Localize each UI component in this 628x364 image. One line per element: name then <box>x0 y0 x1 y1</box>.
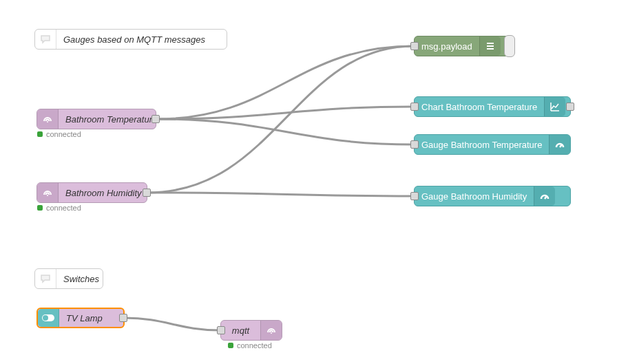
status-text: connected <box>46 130 81 138</box>
comment-icon <box>35 269 56 288</box>
node-status: connected <box>37 204 81 212</box>
node-ui-gauge-temperature[interactable]: Gauge Bathroom Temperature <box>414 134 571 155</box>
debug-toggle-button[interactable] <box>504 35 515 57</box>
comment-node-gauges[interactable]: Gauges based on MQTT messages <box>34 29 227 50</box>
svg-point-0 <box>47 121 48 122</box>
node-status: connected <box>37 130 81 138</box>
debug-icon <box>479 36 501 56</box>
input-port[interactable] <box>410 140 419 149</box>
node-label: mqtt <box>221 325 260 336</box>
node-mqtt-in-humidity[interactable]: Bathroom Humidity connected <box>36 182 147 203</box>
node-ui-switch-tv-lamp[interactable]: TV Lamp <box>36 308 125 328</box>
wifi-icon <box>37 109 59 129</box>
status-dot <box>37 205 43 211</box>
node-label: Gauge Bathroom Temperature <box>415 140 549 150</box>
comment-label: Gauges based on MQTT messages <box>56 34 212 45</box>
comment-icon <box>35 30 56 49</box>
node-label: Bathroom Temperature <box>59 114 164 125</box>
status-text: connected <box>46 204 81 212</box>
input-port[interactable] <box>410 42 419 50</box>
input-port[interactable] <box>410 103 419 111</box>
node-label: TV Lamp <box>59 313 109 323</box>
toggle-icon <box>38 309 59 327</box>
input-port[interactable] <box>410 192 419 200</box>
status-dot <box>37 131 43 137</box>
wifi-icon <box>37 183 59 202</box>
node-debug[interactable]: msg.payload <box>414 36 510 56</box>
output-port[interactable] <box>566 103 574 111</box>
status-dot <box>228 343 233 348</box>
svg-point-1 <box>47 195 48 196</box>
node-mqtt-out[interactable]: mqtt connected <box>220 320 282 341</box>
svg-point-7 <box>271 332 272 334</box>
svg-rect-4 <box>487 48 494 50</box>
status-text: connected <box>237 341 272 350</box>
comment-node-switches[interactable]: Switches <box>34 268 103 289</box>
node-ui-chart-temperature[interactable]: Chart Bathroom Temperature <box>414 96 571 117</box>
svg-rect-2 <box>487 43 494 44</box>
output-port[interactable] <box>119 314 127 322</box>
svg-rect-3 <box>487 45 494 47</box>
output-port[interactable] <box>151 115 160 123</box>
svg-line-5 <box>560 144 562 147</box>
wifi-icon <box>260 321 282 340</box>
gauge-icon <box>549 135 570 154</box>
node-label: Chart Bathroom Temperature <box>415 102 544 112</box>
input-port[interactable] <box>217 326 225 334</box>
node-status: connected <box>228 341 272 350</box>
comment-label: Switches <box>56 274 106 284</box>
gauge-icon <box>534 186 555 206</box>
node-label: msg.payload <box>415 41 479 52</box>
node-label: Bathroom Humidity <box>59 188 149 198</box>
node-ui-gauge-humidity[interactable]: Gauge Bathroom Humidity <box>414 186 571 206</box>
output-port[interactable] <box>143 189 151 197</box>
chart-icon <box>544 97 565 116</box>
node-label: Gauge Bathroom Humidity <box>415 191 534 202</box>
svg-line-6 <box>545 196 547 199</box>
node-mqtt-in-temperature[interactable]: Bathroom Temperature connected <box>36 109 156 129</box>
